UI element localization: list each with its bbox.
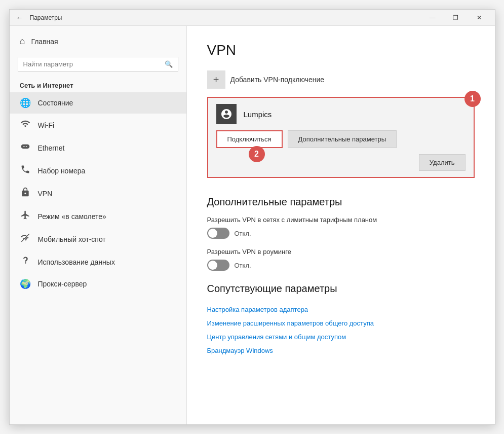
step-badge-2: 2 xyxy=(249,146,265,162)
hotspot-icon xyxy=(20,233,31,245)
add-vpn-button[interactable]: + Добавить VPN-подключение xyxy=(207,70,475,89)
sidebar-item-label-wifi: Wi-Fi xyxy=(38,121,55,129)
sidebar-item-airplane[interactable]: Режим «в самолете» xyxy=(10,205,186,228)
roaming-toggle-state: Откл. xyxy=(235,262,251,269)
page-title: VPN xyxy=(207,42,475,58)
ethernet-icon xyxy=(20,141,31,154)
home-icon: ⌂ xyxy=(20,36,25,47)
maximize-button[interactable]: ❐ xyxy=(444,10,468,26)
sidebar-item-status[interactable]: 🌐 Состояние xyxy=(10,92,186,114)
metered-toggle-row: Разрешить VPN в сетях с лимитным тарифны… xyxy=(207,216,475,239)
content-area: ⌂ Главная 🔍 Сеть и Интернет 🌐 Состояние … xyxy=(10,26,495,424)
metered-toggle-state: Откл. xyxy=(235,230,251,237)
search-icon: 🔍 xyxy=(165,60,173,68)
main-content: VPN + Добавить VPN-подключение 1 Lumpics xyxy=(187,26,495,424)
delete-button[interactable]: Удалить xyxy=(419,154,466,171)
plus-icon-box: + xyxy=(207,70,225,89)
title-bar: ← Параметры — ❐ ✕ xyxy=(10,10,495,26)
related-link-network-center[interactable]: Центр управления сетями и общим доступом xyxy=(207,330,475,344)
sidebar-item-proxy[interactable]: 🌍 Прокси-сервер xyxy=(10,273,186,295)
sidebar-item-label-status: Состояние xyxy=(38,99,73,107)
sidebar-item-label-data-usage: Использование данных xyxy=(38,258,115,266)
wifi-icon xyxy=(20,119,31,131)
airplane-icon xyxy=(20,210,31,223)
minimize-button[interactable]: — xyxy=(421,10,444,26)
search-box: 🔍 xyxy=(18,57,178,71)
vpn-connection-item: 1 Lumpics 2 Подключиться Дополнительные … xyxy=(207,97,475,178)
related-settings-title: Сопутствующие параметры xyxy=(207,283,475,295)
home-label: Главная xyxy=(31,38,58,46)
connect-button[interactable]: Подключиться xyxy=(216,130,283,148)
window-title: Параметры xyxy=(30,14,421,21)
sidebar-item-wifi[interactable]: Wi-Fi xyxy=(10,114,186,136)
sidebar: ⌂ Главная 🔍 Сеть и Интернет 🌐 Состояние … xyxy=(10,26,187,424)
settings-window: ← Параметры — ❐ ✕ ⌂ Главная 🔍 Сеть и Инт… xyxy=(9,9,495,425)
additional-settings-title: Дополнительные параметры xyxy=(207,196,475,208)
sidebar-item-label-proxy: Прокси-сервер xyxy=(38,280,87,288)
dialup-icon xyxy=(20,164,31,177)
roaming-toggle-row: Разрешить VPN в роуминге Откл. xyxy=(207,248,475,271)
sidebar-item-label-dialup: Набор номера xyxy=(38,167,86,175)
close-button[interactable]: ✕ xyxy=(468,10,491,26)
back-button[interactable]: ← xyxy=(14,12,26,24)
sidebar-item-hotspot[interactable]: Мобильный хот-спот xyxy=(10,228,186,250)
additional-settings-section: Дополнительные параметры Разрешить VPN в… xyxy=(207,196,475,271)
home-nav-item[interactable]: ⌂ Главная xyxy=(10,30,186,53)
advanced-settings-button[interactable]: Дополнительные параметры xyxy=(288,130,397,148)
proxy-icon: 🌍 xyxy=(20,278,31,290)
roaming-toggle-label: Разрешить VPN в роуминге xyxy=(207,248,475,256)
sidebar-item-label-vpn: VPN xyxy=(38,190,53,198)
roaming-toggle[interactable] xyxy=(207,260,229,271)
step-badge-1: 1 xyxy=(464,91,481,107)
related-settings-section: Сопутствующие параметры Настройка параме… xyxy=(207,283,475,357)
vpn-nav-icon xyxy=(20,187,31,200)
sidebar-item-vpn[interactable]: VPN xyxy=(10,182,186,205)
related-link-firewall[interactable]: Брандмауэр Windows xyxy=(207,344,475,357)
metered-toggle[interactable] xyxy=(207,228,229,239)
metered-toggle-label: Разрешить VPN в сетях с лимитным тарифны… xyxy=(207,216,475,224)
sidebar-item-label-ethernet: Ethernet xyxy=(38,144,65,152)
sidebar-item-data-usage[interactable]: Использование данных xyxy=(10,250,186,273)
vpn-connection-name: Lumpics xyxy=(244,110,272,119)
sidebar-section-header: Сеть и Интернет xyxy=(10,76,186,92)
sidebar-item-dialup[interactable]: Набор номера xyxy=(10,159,186,182)
status-icon: 🌐 xyxy=(20,97,31,108)
vpn-item-icon xyxy=(216,104,237,124)
related-link-sharing[interactable]: Изменение расширенных параметров общего … xyxy=(207,316,475,330)
add-vpn-label: Добавить VPN-подключение xyxy=(230,76,325,84)
sidebar-item-label-hotspot: Мобильный хот-спот xyxy=(38,235,106,243)
sidebar-item-label-airplane: Режим «в самолете» xyxy=(38,212,106,221)
sidebar-item-ethernet[interactable]: Ethernet xyxy=(10,136,186,159)
window-controls: — ❐ ✕ xyxy=(421,10,491,26)
search-input[interactable] xyxy=(23,60,165,68)
data-usage-icon xyxy=(20,256,31,268)
related-link-adapter[interactable]: Настройка параметров адаптера xyxy=(207,303,475,316)
